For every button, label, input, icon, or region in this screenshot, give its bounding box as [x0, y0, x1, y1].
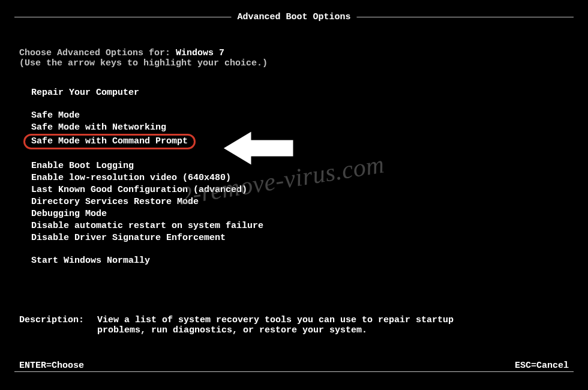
pointer-arrow-icon — [219, 127, 297, 169]
highlighted-menu-item[interactable]: Safe Mode with Command Prompt — [23, 134, 196, 149]
menu-group: Enable Boot LoggingEnable low-resolution… — [31, 160, 263, 244]
footer-esc-hint: ESC=Cancel — [511, 361, 569, 371]
intro-os: Windows 7 — [176, 48, 224, 58]
page-title: Advanced Boot Options — [231, 12, 356, 22]
boot-menu[interactable]: Repair Your ComputerSafe ModeSafe Mode w… — [31, 87, 263, 278]
menu-group: Start Windows Normally — [31, 255, 263, 267]
footer-enter-hint: ENTER=Choose — [19, 361, 88, 371]
menu-item[interactable]: Debugging Mode — [31, 208, 263, 220]
menu-item[interactable]: Start Windows Normally — [31, 255, 263, 267]
menu-item[interactable]: Enable low-resolution video (640x480) — [31, 172, 263, 184]
intro-block: Choose Advanced Options for: Windows 7 (… — [19, 48, 268, 68]
intro-hint: (Use the arrow keys to highlight your ch… — [19, 58, 268, 68]
menu-item[interactable]: Disable automatic restart on system fail… — [31, 220, 263, 232]
menu-item[interactable]: Disable Driver Signature Enforcement — [31, 232, 263, 244]
menu-item[interactable]: Safe Mode — [31, 110, 263, 122]
menu-group: Repair Your Computer — [31, 87, 263, 99]
menu-item[interactable]: Directory Services Restore Mode — [31, 196, 263, 208]
menu-item[interactable]: Last Known Good Configuration (advanced) — [31, 184, 263, 196]
description-label: Description: — [19, 315, 97, 335]
description-block: Description: View a list of system recov… — [19, 315, 569, 335]
footer-divider — [14, 371, 574, 372]
intro-prefix: Choose Advanced Options for: — [19, 48, 176, 58]
description-text: View a list of system recovery tools you… — [97, 315, 469, 335]
menu-item[interactable]: Repair Your Computer — [31, 87, 263, 99]
boot-options-screen: Advanced Boot Options Choose Advanced Op… — [0, 0, 588, 390]
